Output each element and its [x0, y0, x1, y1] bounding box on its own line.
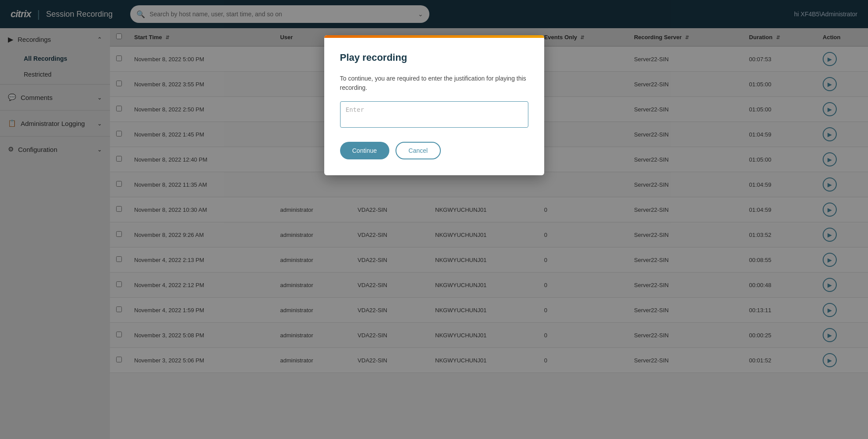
continue-button[interactable]: Continue — [340, 142, 389, 159]
modal-title: Play recording — [340, 52, 528, 63]
modal-body: Play recording To continue, you are requ… — [324, 38, 544, 175]
play-recording-modal: Play recording To continue, you are requ… — [324, 35, 544, 175]
modal-overlay: Play recording To continue, you are requ… — [0, 0, 868, 439]
modal-actions: Continue Cancel — [340, 142, 528, 159]
modal-description: To continue, you are required to enter t… — [340, 74, 528, 92]
cancel-button[interactable]: Cancel — [396, 142, 441, 159]
justification-input[interactable] — [340, 101, 528, 128]
